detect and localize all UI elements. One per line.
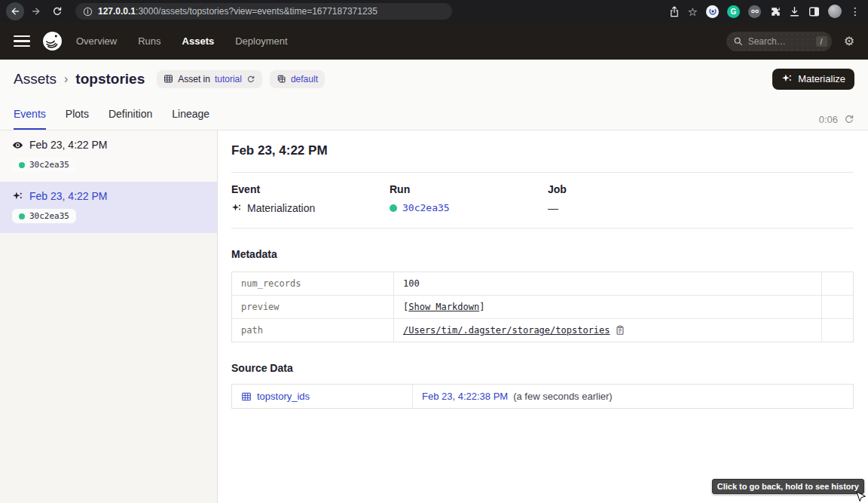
metadata-table: num_records 100 preview [Show Markdown] … [231,271,854,342]
metadata-extra-cell [821,319,853,342]
reload-location-icon[interactable] [246,75,255,84]
tab-events[interactable]: Events [14,98,46,130]
app-navbar: Overview Runs Assets Deployment Search… … [0,23,868,60]
mouse-cursor [856,491,866,503]
share-icon[interactable] [669,6,680,17]
table-grid-icon [241,391,252,402]
bracket-close: ] [479,302,484,312]
event-list-item-materialization[interactable]: Feb 23, 4:22 PM 30c2ea35 [0,182,217,233]
nav-item-deployment[interactable]: Deployment [235,35,287,47]
download-icon[interactable] [789,6,800,17]
nav-item-assets[interactable]: Assets [182,35,215,47]
metadata-value: 100 [394,272,821,295]
asset-group-tag-text: Asset in [178,74,210,84]
refresh-countdown-value: 0:06 [819,114,838,125]
copy-clipboard-icon[interactable] [615,325,625,336]
job-column: Job — [548,183,854,214]
nav-item-runs[interactable]: Runs [138,35,160,47]
url-text: 127.0.0.1:3000/assets/topstories?view=ev… [98,6,377,17]
puzzle-extensions-icon[interactable] [769,6,781,17]
path-link[interactable]: /Users/tim/.dagster/storage/topstories [403,325,610,336]
job-column-label: Job [548,183,854,195]
tab-lineage[interactable]: Lineage [172,98,209,130]
tab-definition[interactable]: Definition [108,98,152,130]
run-status-dot [19,162,25,168]
search-input[interactable]: Search… / [726,32,832,51]
materialize-button[interactable]: Materialize [772,69,854,90]
materialize-sparkle-icon [781,73,793,84]
observation-eye-icon [12,140,23,151]
search-icon [733,36,743,46]
materialize-button-label: Materialize [798,73,845,84]
table-row: topstory_ids Feb 23, 4:22:38 PM (a few s… [232,385,853,408]
url-path: :3000/assets/topstories?view=events&time… [136,6,377,17]
settings-gear-icon[interactable]: ⚙ [844,34,854,48]
metadata-extra-cell [821,272,853,295]
source-asset-link[interactable]: topstory_ids [257,391,310,402]
extension-icon-goggles[interactable] [748,5,761,18]
address-bar[interactable]: 127.0.0.1:3000/assets/topstories?view=ev… [75,3,452,20]
bookmark-star-icon[interactable]: ☆ [688,6,698,17]
table-row: num_records 100 [232,272,853,295]
nav-item-overview[interactable]: Overview [76,35,117,47]
metadata-key: path [232,319,394,342]
reload-icon [52,6,63,17]
site-info-icon[interactable] [83,7,93,17]
show-markdown-link[interactable]: Show Markdown [408,302,479,312]
source-data-section-title: Source Data [231,362,854,374]
job-value: — [548,202,558,214]
extension-icon-clock[interactable] [706,5,719,18]
forward-arrow-icon [31,6,41,17]
run-id-text: 30c2ea35 [29,211,69,221]
event-time: Feb 23, 4:22 PM [29,190,108,202]
event-type-value: Materialization [247,202,315,214]
search-shortcut-badge: / [816,36,827,47]
metadata-section-title: Metadata [231,248,854,260]
code-location-tag-link[interactable]: default [291,74,318,84]
asset-tabs: Events Plots Definition Lineage 0:06 [0,98,868,130]
event-time: Feb 23, 4:22 PM [29,139,108,151]
tab-plots[interactable]: Plots [66,98,89,130]
event-detail-panel: Feb 23, 4:22 PM Event Materialization Ru… [218,130,868,503]
url-host: 127.0.0.1 [98,6,136,17]
profile-avatar[interactable] [828,5,842,18]
run-status-dot [19,213,25,219]
refresh-icon[interactable] [844,114,854,124]
dagster-logo[interactable] [42,31,63,51]
code-location-tag[interactable]: default [270,70,325,88]
side-panel-icon[interactable] [808,6,820,17]
run-id-tag[interactable]: 30c2ea35 [12,158,76,172]
refresh-countdown: 0:06 [819,114,854,125]
run-status-dot [390,204,397,212]
asset-header: Assets › topstories Asset in tutorial de… [0,60,868,98]
menu-dots-icon[interactable]: ⋮ [850,6,860,17]
asset-group-tag[interactable]: Asset in tutorial [157,70,262,88]
run-id-link[interactable]: 30c2ea35 [402,202,450,213]
run-id-tag[interactable]: 30c2ea35 [12,209,76,223]
search-placeholder: Search… [748,36,811,47]
asset-group-tag-link[interactable]: tutorial [215,74,242,84]
browser-toolbar: 127.0.0.1:3000/assets/topstories?view=ev… [0,0,868,23]
grammarly-icon[interactable]: G [727,5,740,18]
browser-forward-button[interactable] [27,2,45,20]
metadata-key: num_records [232,272,394,295]
browser-back-button[interactable] [6,2,24,20]
event-list-item-observation[interactable]: Feb 23, 4:22 PM 30c2ea35 [0,130,217,182]
table-grid-icon [164,74,173,84]
back-arrow-icon [10,6,20,17]
breadcrumb-separator: › [64,72,68,86]
workspace-copy-icon [277,74,286,84]
browser-reload-button[interactable] [48,2,66,20]
hamburger-menu-icon[interactable] [14,35,30,48]
metadata-value: /Users/tim/.dagster/storage/topstories [394,319,821,342]
source-time-note: (a few seconds earlier) [513,391,613,402]
source-data-table: topstory_ids Feb 23, 4:22:38 PM (a few s… [231,384,854,409]
event-column: Event Materialization [231,183,390,214]
asset-name: topstories [75,71,145,87]
breadcrumb-assets-link[interactable]: Assets [14,71,57,87]
extension-ring-icon [708,7,717,16]
breadcrumb: Assets › topstories [14,71,145,87]
run-column: Run 30c2ea35 [390,183,548,214]
goggles-icon [750,8,760,14]
source-time-link[interactable]: Feb 23, 4:22:38 PM [422,391,508,402]
